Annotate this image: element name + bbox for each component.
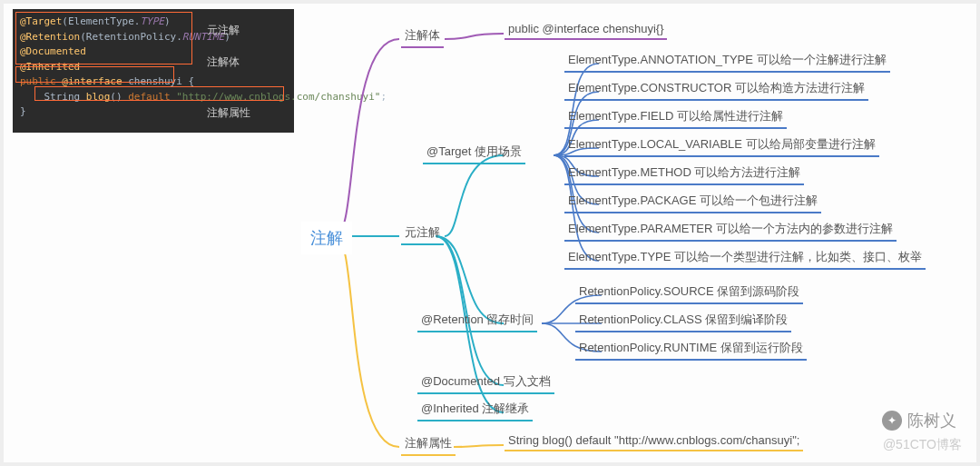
author-watermark: ✦ 陈树义 [882,410,956,431]
node-inherited[interactable]: @Inherited 注解继承 [417,399,533,421]
code-label-attr: 注解属性 [207,104,250,121]
root-node[interactable]: 注解 [301,222,352,254]
target-item: ElementType.PACKAGE 可以给一个包进行注解 [564,191,821,213]
node-target[interactable]: @Target 使用场景 [423,142,525,164]
node-retention[interactable]: @Retention 留存时间 [417,310,537,332]
node-documented[interactable]: @Documented 写入文档 [417,372,554,394]
branch-body-label[interactable]: 注解体 [401,25,444,48]
branch-attr-label[interactable]: 注解属性 [401,433,456,456]
target-item: ElementType.CONSTRUCTOR 可以给构造方法进行注解 [564,78,868,101]
target-item: ElementType.ANNOTATION_TYPE 可以给一个注解进行注解 [564,50,890,73]
site-watermark: @51CTO博客 [883,437,962,453]
code-label-body: 注解体 [207,54,240,70]
branch-meta-label[interactable]: 元注解 [401,223,444,245]
target-item: ElementType.METHOD 可以给方法进行注解 [564,163,804,185]
branch-body-value: public @interface chenshuyi{} [505,20,667,40]
target-item: ElementType.PARAMETER 可以给一个方法内的参数进行注解 [564,219,897,242]
wechat-icon: ✦ [882,411,902,431]
branch-attr-value: String blog() default "http://www.cnblog… [505,431,803,451]
target-item: ElementType.LOCAL_VARIABLE 可以给局部变量进行注解 [564,134,879,157]
target-item: ElementType.TYPE 可以给一个类型进行注解，比如类、接口、枚举 [564,247,926,270]
retention-item: RetentionPolicy.SOURCE 保留到源码阶段 [575,282,803,304]
code-snippet-panel: @Target(ElementType.TYPE) @Retention(Ret… [13,9,294,133]
target-item: ElementType.FIELD 可以给属性进行注解 [564,106,787,129]
code-label-meta: 元注解 [207,22,240,38]
retention-item: RetentionPolicy.CLASS 保留到编译阶段 [575,310,791,332]
retention-item: RetentionPolicy.RUNTIME 保留到运行阶段 [575,338,807,361]
